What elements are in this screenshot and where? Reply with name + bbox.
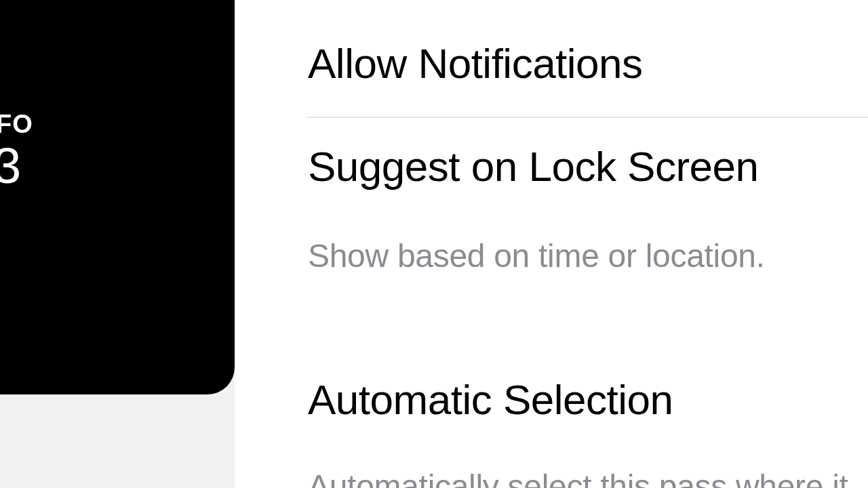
setting-allow-notifications[interactable]: Allow Notifications	[235, 0, 868, 117]
setting-automatic-selection[interactable]: Automatic Selection Automatically select…	[235, 357, 868, 488]
card-fragment-label: FO	[0, 110, 33, 139]
pass-card[interactable]: FO 3	[0, 0, 235, 394]
settings-panel: Allow Notifications Suggest on Lock Scre…	[235, 0, 868, 488]
setting-subtitle: Show based on time or location.	[308, 237, 854, 274]
setting-subtitle: Automatically select this pass where it	[308, 468, 854, 488]
setting-suggest-lock-screen[interactable]: Suggest on Lock Screen Show based on tim…	[235, 117, 868, 281]
setting-title: Suggest on Lock Screen	[308, 144, 854, 190]
card-fragment-value: 3	[0, 141, 21, 191]
setting-title: Automatic Selection	[308, 377, 854, 423]
divider	[307, 117, 868, 118]
setting-title: Allow Notifications	[308, 41, 854, 87]
section-gap	[235, 282, 868, 357]
